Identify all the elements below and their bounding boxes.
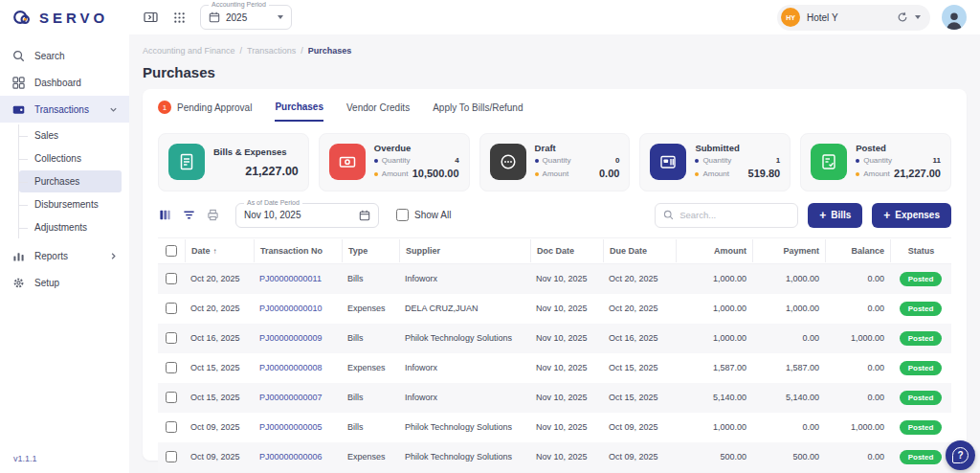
table-row[interactable]: Oct 15, 2025 PJ00000000007 Bills Infowor… [158, 383, 951, 413]
app-logo[interactable]: SERVO [0, 0, 129, 34]
row-checkbox[interactable] [166, 273, 177, 284]
breadcrumb: Accounting and Finance / Transactions / … [143, 46, 967, 56]
cell-transaction-no[interactable]: PJ00000000010 [254, 296, 342, 321]
app-name: SERVO [39, 10, 108, 26]
sidebar-toggle-icon[interactable] [143, 10, 158, 25]
sidebar-item-adjustments[interactable]: Adjustments [19, 216, 122, 238]
as-of-date-input[interactable]: As of Date Period Nov 10, 2025 [235, 203, 379, 228]
cell-doc-date: Nov 10, 2025 [530, 266, 603, 291]
breadcrumb-item[interactable]: Accounting and Finance [143, 46, 235, 56]
table-row[interactable]: Oct 20, 2025 PJ00000000011 Bills Infowor… [158, 264, 951, 294]
search-icon [663, 210, 674, 220]
column-header-doc-date[interactable]: Doc Date [530, 239, 603, 262]
row-checkbox[interactable] [166, 421, 177, 433]
row-checkbox[interactable] [166, 392, 177, 403]
cell-amount: 1,587.00 [676, 355, 752, 380]
summary-cards: Bills & Expenses 21,227.00 Overdue Quant… [158, 133, 951, 191]
tab-purchases[interactable]: Purchases [275, 101, 323, 122]
table-row[interactable]: Oct 09, 2025 PJ00000000006 Expenses Phil… [158, 442, 951, 472]
table-search[interactable] [655, 203, 798, 228]
column-header-type[interactable]: Type [342, 239, 399, 262]
breadcrumb-separator: / [301, 46, 303, 56]
sidebar-item-transactions[interactable]: Transactions [0, 96, 129, 123]
table-row[interactable]: Oct 20, 2025 PJ00000000010 Expenses DELA… [158, 294, 951, 324]
cell-type: Bills [342, 266, 399, 291]
cell-transaction-no[interactable]: PJ00000000009 [254, 326, 342, 350]
help-button[interactable]: ? [946, 440, 975, 470]
cell-balance: 0.00 [825, 385, 890, 410]
sidebar-item-collections[interactable]: Collections [19, 147, 122, 169]
refresh-icon[interactable] [897, 11, 908, 23]
add-expenses-button[interactable]: + Expenses [872, 203, 951, 228]
cell-doc-date: Nov 10, 2025 [530, 415, 603, 439]
sidebar-item-disbursements[interactable]: Disbursements [19, 193, 122, 215]
search-input[interactable] [679, 210, 790, 220]
row-checkbox[interactable] [166, 303, 177, 314]
amount-label: Amount [863, 169, 890, 180]
company-selector[interactable]: HY Hotel Y [777, 5, 930, 31]
add-bills-button[interactable]: + Bills [808, 203, 862, 228]
column-header-balance[interactable]: Balance [825, 239, 890, 262]
column-header-supplier[interactable]: Supplier [399, 239, 530, 262]
amount-value: 21,227.00 [894, 167, 941, 182]
pending-count-badge: 1 [158, 101, 171, 114]
user-avatar[interactable] [942, 5, 967, 30]
quantity-label: Quantity [382, 155, 411, 167]
column-header-date[interactable]: Date↑ [185, 239, 254, 262]
column-header-due-date[interactable]: Due Date [603, 239, 676, 262]
cell-date: Oct 20, 2025 [185, 296, 254, 321]
cell-balance: 0.00 [825, 266, 890, 291]
chevron-down-icon [109, 105, 118, 114]
column-header-transaction-no[interactable]: Transaction No [254, 239, 342, 262]
show-all-checkbox[interactable] [396, 209, 409, 221]
cell-transaction-no[interactable]: PJ00000000007 [254, 385, 342, 410]
purchases-table: Date↑ Transaction No Type Supplier Doc D… [158, 237, 951, 473]
columns-icon[interactable] [158, 208, 172, 222]
filter-icon[interactable] [182, 208, 196, 222]
quantity-dot [535, 159, 539, 163]
sidebar-item-reports[interactable]: Reports [0, 242, 129, 269]
cell-transaction-no[interactable]: PJ00000000006 [254, 444, 342, 469]
amount-value: 519.80 [748, 167, 781, 182]
breadcrumb-item[interactable]: Transactions [247, 46, 296, 56]
cell-doc-date: Nov 10, 2025 [530, 385, 603, 410]
sidebar-label-reports: Reports [34, 251, 68, 261]
row-checkbox[interactable] [166, 332, 177, 344]
table-row[interactable]: Oct 16, 2025 PJ00000000009 Bills Philok … [158, 324, 951, 353]
accounting-period-select[interactable]: Accounting Period 2025 [200, 5, 292, 30]
status-badge: Posted [900, 302, 943, 316]
row-checkbox[interactable] [166, 362, 177, 373]
column-header-status[interactable]: Status [890, 239, 951, 262]
select-all-checkbox[interactable] [166, 245, 177, 257]
print-icon[interactable] [206, 208, 220, 222]
cell-type: Bills [342, 415, 399, 439]
cell-transaction-no[interactable]: PJ00000000008 [254, 355, 342, 380]
sidebar-item-purchases[interactable]: Purchases [19, 170, 122, 192]
cell-transaction-no[interactable]: PJ00000000005 [254, 415, 342, 439]
amount-label: Amount [543, 169, 569, 180]
chevron-down-icon[interactable] [915, 15, 921, 19]
cell-transaction-no[interactable]: PJ00000000011 [254, 266, 342, 291]
wallet-icon [11, 102, 25, 116]
show-all-toggle[interactable]: Show All [396, 209, 451, 221]
row-checkbox[interactable] [166, 451, 177, 462]
cell-supplier: Philok Technology Solutions [399, 326, 530, 350]
apps-grid-icon[interactable] [171, 10, 187, 25]
bills-button-label: Bills [831, 210, 851, 220]
servo-logo-icon [11, 7, 33, 28]
dashboard-icon [11, 76, 25, 89]
column-header-payment[interactable]: Payment [752, 239, 825, 262]
sidebar-item-sales[interactable]: Sales [19, 124, 122, 146]
tab-pending-approval[interactable]: 1 Pending Approval [158, 101, 252, 122]
status-badge: Posted [900, 420, 943, 435]
tab-label: Apply To Bills/Refund [433, 102, 523, 113]
sidebar-item-search[interactable]: Search [0, 42, 129, 69]
card-title: Posted [856, 143, 941, 153]
sidebar-item-setup[interactable]: Setup [0, 269, 129, 296]
table-row[interactable]: Oct 15, 2025 PJ00000000008 Expenses Info… [158, 353, 951, 383]
tab-apply-to-bills-refund[interactable]: Apply To Bills/Refund [433, 101, 523, 122]
column-header-amount[interactable]: Amount [676, 239, 752, 262]
tab-vendor-credits[interactable]: Vendor Credits [346, 101, 410, 122]
table-row[interactable]: Oct 09, 2025 PJ00000000005 Bills Philok … [158, 413, 951, 442]
sidebar-item-dashboard[interactable]: Dashboard [0, 69, 129, 96]
